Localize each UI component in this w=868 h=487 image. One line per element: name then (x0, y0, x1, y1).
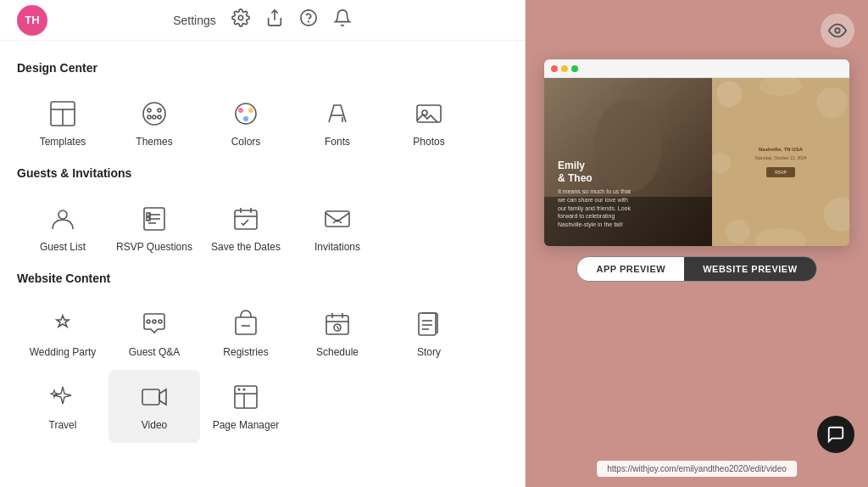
app-preview-button[interactable]: APP PREVIEW (577, 257, 684, 281)
header: TH Settings (0, 0, 525, 41)
svg-point-19 (58, 210, 67, 219)
guest-list-label: Guest List (40, 241, 86, 253)
templates-item[interactable]: Templates (17, 87, 108, 160)
chat-bubble-button[interactable] (817, 416, 854, 453)
website-content-grid: Wedding Party Guest Q&A Regis (17, 297, 508, 443)
wedding-party-item[interactable]: Wedding Party (17, 297, 108, 370)
colors-item[interactable]: Colors (200, 87, 292, 160)
rsvp-item[interactable]: RSVP Questions (108, 192, 200, 265)
svg-point-62 (760, 78, 803, 96)
svg-rect-47 (142, 389, 159, 405)
preview-rsvp-btn[interactable]: RSVP (766, 167, 795, 177)
svg-point-33 (159, 320, 162, 323)
page-manager-label: Page Manager (213, 419, 280, 431)
browser-dot-yellow (561, 65, 568, 72)
right-panel: Emily& Theo It means so much to us that … (526, 0, 868, 487)
help-icon[interactable] (299, 8, 318, 31)
browser-dot-green (571, 65, 578, 72)
travel-item[interactable]: Travel (17, 370, 108, 443)
video-label: Video (142, 419, 167, 431)
notification-icon[interactable] (333, 8, 352, 31)
travel-label: Travel (49, 419, 77, 431)
story-item[interactable]: Story (383, 297, 475, 370)
browser-dot-red (551, 65, 558, 72)
svg-point-57 (716, 81, 742, 107)
settings-label: Settings (173, 14, 216, 27)
website-content-title: Website Content (17, 271, 508, 285)
svg-rect-43 (419, 313, 436, 335)
svg-point-2 (301, 10, 316, 25)
themes-label: Themes (136, 136, 172, 148)
registries-item[interactable]: Registries (200, 297, 292, 370)
avatar[interactable]: TH (17, 5, 47, 36)
colors-label: Colors (231, 136, 261, 148)
svg-point-12 (158, 115, 161, 119)
preview-names: Emily& Theo (558, 160, 634, 184)
themes-item[interactable]: Themes (108, 87, 200, 160)
eye-preview-button[interactable] (821, 14, 854, 48)
svg-point-16 (243, 116, 248, 121)
website-preview-card: Emily& Theo It means so much to us that … (544, 59, 849, 246)
svg-point-8 (147, 109, 151, 112)
guest-qa-label: Guest Q&A (129, 346, 181, 358)
guests-invitations-grid: Guest List RSVP Questions (17, 192, 508, 265)
svg-point-61 (726, 220, 749, 244)
url-bar: https://withjoy.com/emilyandtheo2020/edi… (597, 461, 797, 477)
design-center-title: Design Center (17, 61, 508, 75)
photos-item[interactable]: Photos (383, 87, 475, 160)
templates-label: Templates (40, 136, 86, 148)
preview-right-panel: Nashville, TN USA Saturday, October 12, … (712, 78, 849, 246)
settings-icon[interactable] (231, 8, 250, 31)
schedule-label: Schedule (316, 346, 359, 358)
svg-point-63 (755, 228, 807, 246)
preview-description: It means so much to us that we can share… (558, 188, 634, 229)
svg-rect-17 (417, 105, 441, 122)
svg-point-10 (153, 115, 156, 119)
browser-top-bar (544, 59, 849, 78)
svg-point-53 (835, 28, 840, 33)
svg-line-42 (337, 327, 339, 329)
preview-body: Emily& Theo It means so much to us that … (544, 78, 849, 246)
invitations-label: Invitations (314, 241, 360, 253)
design-center-grid: Templates Themes (17, 87, 508, 160)
fonts-item[interactable]: Fonts (292, 87, 383, 160)
photos-label: Photos (413, 136, 444, 148)
svg-rect-30 (326, 211, 349, 227)
guests-invitations-title: Guests & Invitations (17, 166, 508, 180)
video-item[interactable]: Video (108, 370, 200, 443)
preview-overlay: Emily& Theo It means so much to us that … (558, 160, 634, 229)
svg-point-11 (147, 115, 151, 119)
svg-point-7 (143, 103, 165, 125)
scroll-content: Design Center Templates (0, 41, 525, 487)
invitations-item[interactable]: Invitations (292, 192, 383, 265)
svg-point-59 (712, 153, 731, 173)
svg-point-58 (817, 87, 848, 118)
guest-list-item[interactable]: Guest List (17, 192, 108, 265)
svg-point-32 (147, 320, 150, 323)
preview-location: Nashville, TN USA (759, 147, 803, 152)
rsvp-label: RSVP Questions (116, 241, 192, 253)
preview-toggle-buttons: APP PREVIEW WEBSITE PREVIEW (576, 256, 816, 282)
story-label: Story (417, 346, 441, 358)
svg-rect-26 (235, 210, 257, 229)
header-actions: Settings (173, 8, 352, 31)
share-icon[interactable] (265, 8, 284, 31)
svg-point-15 (248, 108, 253, 113)
fonts-label: Fonts (325, 136, 350, 148)
preview-photo: Emily& Theo It means so much to us that … (544, 78, 712, 246)
page-manager-item[interactable]: Page Manager (200, 370, 292, 443)
preview-date: Saturday, October 12, 2024 (754, 155, 806, 160)
save-dates-label: Save the Dates (211, 241, 281, 253)
left-panel: TH Settings (0, 0, 526, 487)
svg-point-9 (158, 109, 161, 112)
website-preview-button[interactable]: WEBSITE PREVIEW (684, 257, 815, 281)
svg-point-60 (824, 198, 849, 232)
svg-point-14 (238, 108, 243, 113)
registries-label: Registries (223, 346, 268, 358)
wedding-party-label: Wedding Party (30, 346, 97, 358)
schedule-item[interactable]: Schedule (292, 297, 383, 370)
save-dates-item[interactable]: Save the Dates (200, 192, 292, 265)
svg-point-31 (153, 320, 156, 323)
svg-point-0 (238, 15, 243, 20)
guest-qa-item[interactable]: Guest Q&A (108, 297, 200, 370)
